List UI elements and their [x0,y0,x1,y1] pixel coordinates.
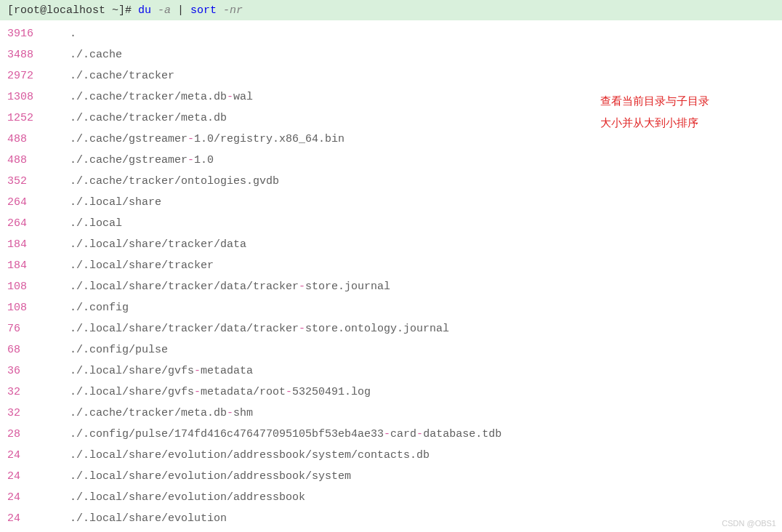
output-row: 264./.local [7,213,775,234]
path-value: ./.local/share/tracker [70,259,214,272]
size-value: 488 [7,154,70,166]
path-value: ./.cache [70,49,122,61]
command-du: du [138,4,151,17]
size-value: 264 [7,196,70,209]
command-prompt-line[interactable]: [root@localhost ~]# du -a | sort -nr [0,0,782,20]
output-row: 76./.local/share/tracker/data/tracker-st… [7,318,775,339]
path-value: ./.local [70,217,122,230]
size-value: 1308 [7,91,70,103]
path-value: ./.cache/gstreamer-1.0 [70,154,214,166]
size-value: 184 [7,259,70,272]
output-row: 32./.local/share/gvfs-metadata/root-5325… [7,382,775,403]
path-value: ./.local/share/evolution/addressbook [70,491,305,504]
path-value: ./.local/share/gvfs-metadata/root-532504… [70,386,371,398]
path-value: ./.cache/tracker/meta.db-wal [70,91,253,103]
output-row: 108./.local/share/tracker/data/tracker-s… [7,276,775,297]
size-value: 3488 [7,49,70,61]
path-value: ./.config [70,302,129,314]
output-row: 68./.config/pulse [7,339,775,360]
size-value: 3916 [7,28,70,40]
path-value: ./.local/share/gvfs-metadata [70,365,253,377]
output-row: 184./.local/share/tracker/data [7,234,775,255]
watermark: CSDN @OBS1 [722,519,776,528]
output-row: 24./.local/share/evolution/addressbook/s… [7,466,775,487]
annotation-text: 查看当前目录与子目录 大小并从大到小排序 [600,90,709,134]
size-value: 24 [7,449,70,462]
path-value: ./.local/share/evolution/addressbook/sys… [70,470,351,483]
size-value: 32 [7,386,70,398]
path-value: ./.config/pulse [70,344,168,356]
size-value: 352 [7,175,70,188]
option-nr: -nr [217,4,243,17]
option-a: -a [151,4,177,17]
output-row: 3916. [7,23,775,44]
size-value: 36 [7,365,70,377]
size-value: 68 [7,344,70,356]
path-value: ./.cache/tracker/meta.db-shm [70,407,253,419]
size-value: 24 [7,470,70,483]
path-value: ./.local/share/evolution [70,512,227,525]
path-value: . [70,28,76,40]
output-row: 24./.local/share/evolution/addressbook [7,487,775,508]
output-row: 32./.cache/tracker/meta.db-shm [7,403,775,424]
size-value: 2972 [7,70,70,82]
path-value: ./.local/share/evolution/addressbook/sys… [70,449,430,462]
path-value: ./.cache/tracker/meta.db [70,112,227,124]
path-value: ./.config/pulse/174fd416c476477095105bf5… [70,428,501,440]
path-value: ./.local/share [70,196,161,209]
size-value: 108 [7,281,70,293]
size-value: 24 [7,491,70,504]
size-value: 184 [7,238,70,251]
size-value: 488 [7,133,70,145]
output-row: 352./.cache/tracker/ontologies.gvdb [7,171,775,192]
path-value: ./.cache/gstreamer-1.0/registry.x86_64.b… [70,133,344,145]
output-row: 28./.config/pulse/174fd416c476477095105b… [7,424,775,445]
output-row: 264./.local/share [7,192,775,213]
annotation-line2: 大小并从大到小排序 [600,112,709,134]
output-row: 184./.local/share/tracker [7,255,775,276]
output-row: 36./.local/share/gvfs-metadata [7,360,775,382]
size-value: 76 [7,323,70,335]
size-value: 108 [7,302,70,314]
path-value: ./.local/share/tracker/data [70,238,246,251]
output-row: 3488./.cache [7,44,775,65]
path-value: ./.cache/tracker/ontologies.gvdb [70,175,279,188]
output-row: 488./.cache/gstreamer-1.0 [7,150,775,171]
size-value: 28 [7,428,70,440]
pipe-symbol: | [177,4,190,17]
shell-prompt: [root@localhost ~]# [7,4,138,17]
path-value: ./.local/share/tracker/data/tracker-stor… [70,281,390,293]
size-value: 24 [7,512,70,525]
path-value: ./.cache/tracker [70,70,174,82]
size-value: 1252 [7,112,70,124]
output-row: 2972./.cache/tracker [7,65,775,86]
output-row: 24./.local/share/evolution [7,508,775,529]
command-sort: sort [190,4,217,17]
size-value: 264 [7,217,70,230]
size-value: 32 [7,407,70,419]
annotation-line1: 查看当前目录与子目录 [600,90,709,112]
output-row: 108./.config [7,297,775,318]
path-value: ./.local/share/tracker/data/tracker-stor… [70,323,449,335]
output-row: 24./.local/share/evolution/addressbook/s… [7,445,775,466]
